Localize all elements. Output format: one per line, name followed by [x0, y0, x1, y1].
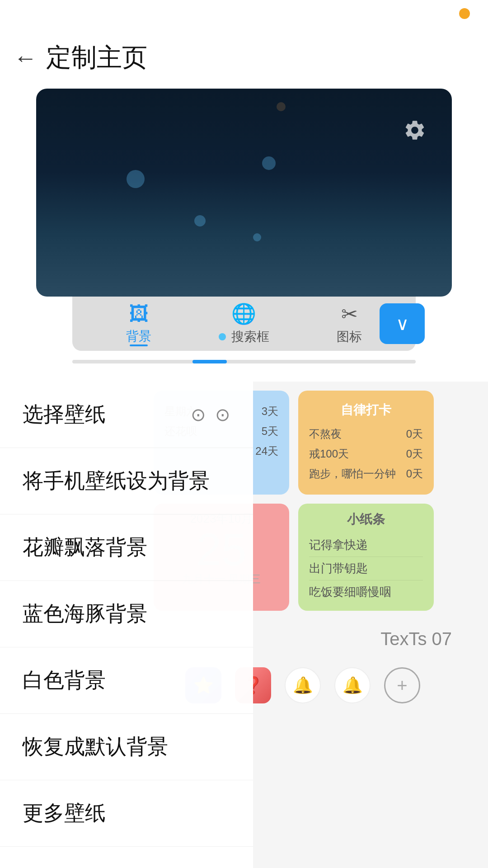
dock-icon-4[interactable]: 🔔 [334, 667, 371, 703]
bokeh-3 [262, 156, 276, 170]
bell-icon-2: 🔔 [343, 676, 363, 695]
menu-item-permission-manage[interactable]: 权限管理 [0, 847, 253, 868]
note-item-2: 出门带钥匙 [309, 557, 423, 580]
widget-item-days-2: 5天 [262, 424, 278, 439]
habit-row-2: 戒100天 0天 [309, 444, 423, 464]
habit-row-3: 跑步，哪怕一分钟 0天 [309, 464, 423, 484]
menu-item-white-bg[interactable]: 白色背景 [0, 647, 253, 714]
bell-icon-1: 🔔 [293, 676, 313, 695]
add-icon: + [397, 675, 407, 696]
widget-item-days-1: 3天 [262, 404, 278, 419]
dropdown-menu: 选择壁纸 ⊙ ⊙ 将手机壁纸设为背景 花瓣飘落背景 蓝色海豚背景 白色背景 恢复… [0, 382, 253, 868]
bokeh-2 [194, 215, 206, 226]
note-item-3: 吃饭要细嚼慢咽 [309, 580, 423, 604]
background-icon: 🖼 [129, 302, 149, 325]
scroll-indicator [72, 360, 416, 363]
note-item-1: 记得拿快递 [309, 533, 423, 557]
searchbar-icon: 🌐 [231, 302, 256, 326]
tab-searchbar[interactable]: 🌐 搜索框 [191, 297, 296, 351]
tab-bar: 🖼 背景 🌐 搜索框 ✂ 图标 ∨ [72, 297, 416, 351]
menu-item-choose-wallpaper[interactable]: 选择壁纸 ⊙ ⊙ [0, 382, 253, 448]
back-button[interactable]: ← [14, 46, 37, 70]
gear-icon[interactable] [400, 116, 429, 145]
habit-item-2: 戒100天 [309, 447, 349, 461]
search-dot [219, 333, 226, 340]
status-bar [0, 0, 488, 27]
menu-item-dolphin-bg[interactable]: 蓝色海豚背景 [0, 581, 253, 647]
chevron-icon: ⊙ [191, 404, 206, 425]
habit-days-2: 0天 [406, 447, 423, 461]
preview-container: 🖼 背景 🌐 搜索框 ✂ 图标 ∨ [0, 89, 488, 382]
status-indicator [459, 8, 470, 19]
widget-notes: 小纸条 记得拿快递 出门带钥匙 吃饭要细嚼慢咽 [298, 504, 434, 611]
tab-icons-label: 图标 [337, 328, 362, 345]
dock-add-button[interactable]: + [384, 667, 420, 703]
widget-habit: 自律打卡 不熬夜 0天 戒100天 0天 跑步，哪怕一分钟 0天 [298, 391, 434, 495]
menu-item-more-wallpaper[interactable]: 更多壁纸 [0, 780, 253, 847]
bokeh-1 [127, 170, 145, 188]
dock-icon-3[interactable]: 🔔 [285, 667, 321, 703]
tab-background-label: 背景 [126, 328, 151, 345]
tab-background[interactable]: 🖼 背景 [86, 297, 191, 351]
habit-days-1: 0天 [406, 427, 423, 441]
preview-window [36, 89, 452, 297]
habit-row-1: 不熬夜 0天 [309, 424, 423, 444]
widget-item-days-3: 24天 [255, 444, 278, 458]
icons-icon: ✂ [341, 302, 358, 326]
bokeh-4 [253, 233, 261, 241]
search-indicator: 搜索框 [219, 328, 269, 345]
menu-item-restore-default[interactable]: 恢复成默认背景 [0, 714, 253, 780]
chevron-down-icon: ∨ [396, 313, 409, 334]
notes-title: 小纸条 [309, 511, 423, 528]
habit-item-3: 跑步，哪怕一分钟 [309, 467, 396, 481]
habit-title: 自律打卡 [309, 401, 423, 419]
tab-searchbar-label: 搜索框 [231, 328, 269, 345]
habit-item-1: 不熬夜 [309, 427, 342, 441]
header: ← 定制主页 [0, 27, 488, 89]
expand-button[interactable]: ∨ [380, 303, 425, 344]
habit-days-3: 0天 [406, 467, 423, 481]
camera-dot [277, 102, 286, 111]
scroll-thumb [192, 360, 227, 363]
menu-item-set-phone-wallpaper[interactable]: 将手机壁纸设为背景 [0, 448, 253, 514]
main-content: 选择壁纸 ⊙ ⊙ 将手机壁纸设为背景 花瓣飘落背景 蓝色海豚背景 白色背景 恢复… [0, 382, 488, 868]
page-title: 定制主页 [46, 41, 147, 75]
menu-item-petal-bg[interactable]: 花瓣飘落背景 [0, 514, 253, 581]
chevron-icon-2: ⊙ [215, 404, 230, 425]
